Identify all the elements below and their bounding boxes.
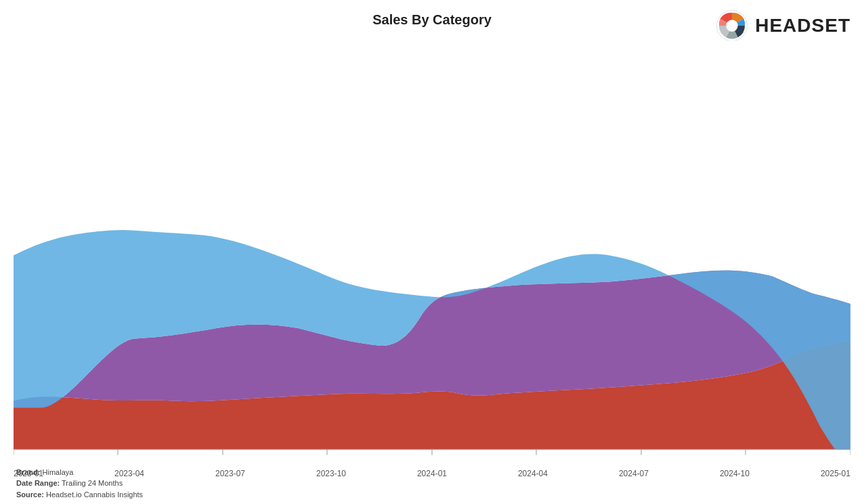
x-label-5: 2024-04 xyxy=(518,469,548,478)
footer-info: Brand: Himalaya Date Range: Trailing 24 … xyxy=(16,467,143,501)
footer-source: Source: Headset.io Cannabis Insights xyxy=(16,489,143,501)
headset-logo-text: HEADSET xyxy=(755,15,850,37)
area-chart-svg xyxy=(14,41,850,470)
footer-brand-value: Himalaya xyxy=(43,468,74,476)
footer-daterange-label: Date Range: xyxy=(16,479,60,487)
svg-point-1 xyxy=(727,20,738,31)
x-label-3: 2023-10 xyxy=(316,469,346,478)
footer-source-value: Headset.io Cannabis Insights xyxy=(46,490,143,499)
headset-logo: HEADSET xyxy=(714,8,850,43)
footer-source-label: Source: xyxy=(16,490,44,499)
footer-daterange: Date Range: Trailing 24 Months xyxy=(16,478,143,489)
x-label-6: 2024-07 xyxy=(619,469,649,478)
footer-daterange-value: Trailing 24 Months xyxy=(62,479,123,487)
x-label-4: 2024-01 xyxy=(417,469,447,478)
chart-container: Sales By Category HEADSET xyxy=(0,0,864,504)
footer-brand: Brand: Himalaya xyxy=(16,467,143,478)
headset-logo-icon xyxy=(714,8,750,43)
footer-brand-label: Brand: xyxy=(16,468,40,476)
x-label-8: 2025-01 xyxy=(821,469,850,478)
x-label-7: 2024-10 xyxy=(720,469,750,478)
x-label-2: 2023-07 xyxy=(215,469,245,478)
